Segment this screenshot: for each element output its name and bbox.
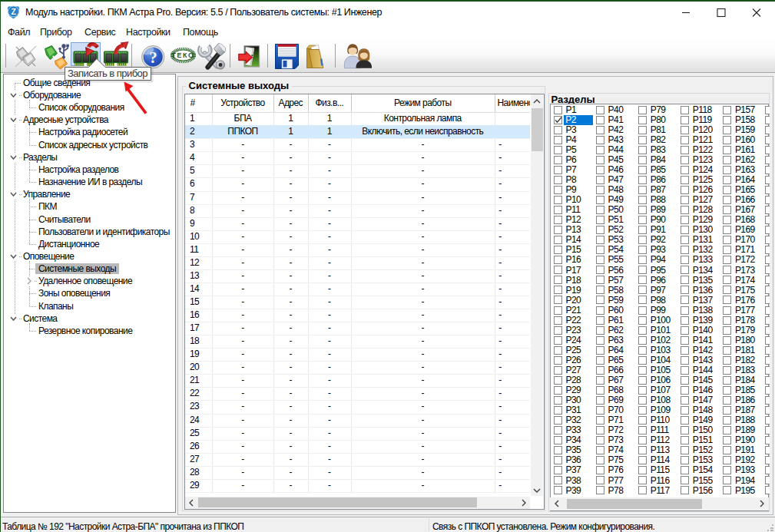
svg-text:Записать в прибор: Записать в прибор xyxy=(68,68,148,79)
